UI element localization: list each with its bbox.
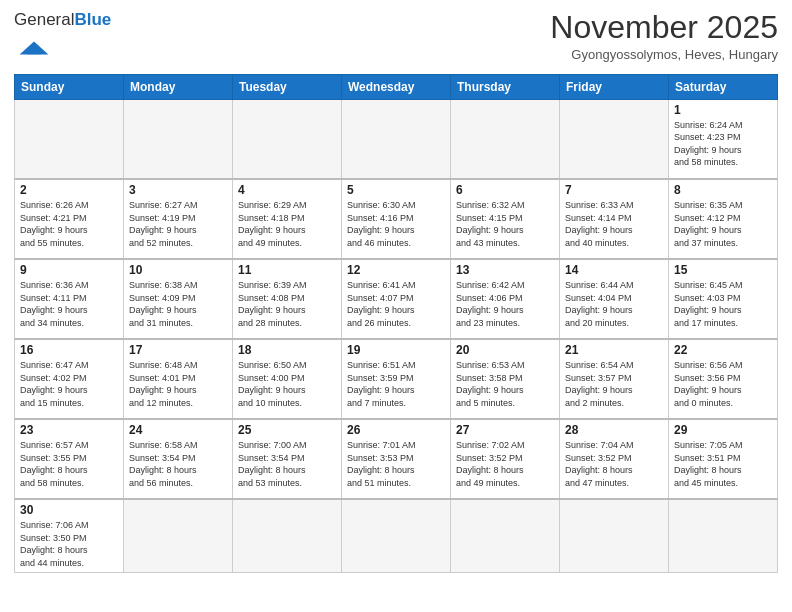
day-number: 25 xyxy=(238,423,336,437)
calendar-cell: 15Sunrise: 6:45 AMSunset: 4:03 PMDayligh… xyxy=(669,259,778,339)
day-info: Sunrise: 6:51 AMSunset: 3:59 PMDaylight:… xyxy=(347,359,445,409)
logo-blue: Blue xyxy=(74,10,111,29)
weekday-header-saturday: Saturday xyxy=(669,74,778,99)
day-info: Sunrise: 6:45 AMSunset: 4:03 PMDaylight:… xyxy=(674,279,772,329)
calendar-cell xyxy=(560,99,669,179)
day-number: 26 xyxy=(347,423,445,437)
calendar-cell xyxy=(560,499,669,573)
day-info: Sunrise: 6:53 AMSunset: 3:58 PMDaylight:… xyxy=(456,359,554,409)
day-info: Sunrise: 6:39 AMSunset: 4:08 PMDaylight:… xyxy=(238,279,336,329)
day-number: 27 xyxy=(456,423,554,437)
calendar-cell: 10Sunrise: 6:38 AMSunset: 4:09 PMDayligh… xyxy=(124,259,233,339)
day-info: Sunrise: 7:01 AMSunset: 3:53 PMDaylight:… xyxy=(347,439,445,489)
day-info: Sunrise: 6:26 AMSunset: 4:21 PMDaylight:… xyxy=(20,199,118,249)
calendar-cell: 30Sunrise: 7:06 AMSunset: 3:50 PMDayligh… xyxy=(15,499,124,573)
day-number: 28 xyxy=(565,423,663,437)
calendar-cell xyxy=(342,99,451,179)
logo-icon xyxy=(16,30,52,66)
day-number: 12 xyxy=(347,263,445,277)
day-info: Sunrise: 7:06 AMSunset: 3:50 PMDaylight:… xyxy=(20,519,118,569)
day-info: Sunrise: 6:48 AMSunset: 4:01 PMDaylight:… xyxy=(129,359,227,409)
weekday-header-thursday: Thursday xyxy=(451,74,560,99)
day-number: 11 xyxy=(238,263,336,277)
weekday-header-sunday: Sunday xyxy=(15,74,124,99)
title-block: November 2025 Gyongyossolymos, Heves, Hu… xyxy=(550,10,778,62)
calendar-cell: 7Sunrise: 6:33 AMSunset: 4:14 PMDaylight… xyxy=(560,179,669,259)
day-info: Sunrise: 7:05 AMSunset: 3:51 PMDaylight:… xyxy=(674,439,772,489)
calendar-cell xyxy=(233,99,342,179)
weekday-header-monday: Monday xyxy=(124,74,233,99)
calendar-cell: 4Sunrise: 6:29 AMSunset: 4:18 PMDaylight… xyxy=(233,179,342,259)
day-info: Sunrise: 6:38 AMSunset: 4:09 PMDaylight:… xyxy=(129,279,227,329)
calendar-week-row: 1Sunrise: 6:24 AMSunset: 4:23 PMDaylight… xyxy=(15,99,778,179)
calendar-cell: 27Sunrise: 7:02 AMSunset: 3:52 PMDayligh… xyxy=(451,419,560,499)
calendar-cell: 19Sunrise: 6:51 AMSunset: 3:59 PMDayligh… xyxy=(342,339,451,419)
calendar-cell: 13Sunrise: 6:42 AMSunset: 4:06 PMDayligh… xyxy=(451,259,560,339)
calendar-cell: 14Sunrise: 6:44 AMSunset: 4:04 PMDayligh… xyxy=(560,259,669,339)
day-info: Sunrise: 6:58 AMSunset: 3:54 PMDaylight:… xyxy=(129,439,227,489)
day-number: 15 xyxy=(674,263,772,277)
day-info: Sunrise: 7:04 AMSunset: 3:52 PMDaylight:… xyxy=(565,439,663,489)
day-number: 14 xyxy=(565,263,663,277)
calendar-cell xyxy=(233,499,342,573)
calendar-cell: 5Sunrise: 6:30 AMSunset: 4:16 PMDaylight… xyxy=(342,179,451,259)
calendar-cell xyxy=(669,499,778,573)
day-info: Sunrise: 7:02 AMSunset: 3:52 PMDaylight:… xyxy=(456,439,554,489)
calendar-cell: 11Sunrise: 6:39 AMSunset: 4:08 PMDayligh… xyxy=(233,259,342,339)
calendar-week-row: 2Sunrise: 6:26 AMSunset: 4:21 PMDaylight… xyxy=(15,179,778,259)
day-info: Sunrise: 6:33 AMSunset: 4:14 PMDaylight:… xyxy=(565,199,663,249)
month-title: November 2025 xyxy=(550,10,778,45)
calendar-cell xyxy=(342,499,451,573)
calendar-week-row: 16Sunrise: 6:47 AMSunset: 4:02 PMDayligh… xyxy=(15,339,778,419)
calendar-cell xyxy=(15,99,124,179)
day-info: Sunrise: 6:36 AMSunset: 4:11 PMDaylight:… xyxy=(20,279,118,329)
day-number: 5 xyxy=(347,183,445,197)
day-number: 17 xyxy=(129,343,227,357)
calendar-cell: 6Sunrise: 6:32 AMSunset: 4:15 PMDaylight… xyxy=(451,179,560,259)
day-info: Sunrise: 6:29 AMSunset: 4:18 PMDaylight:… xyxy=(238,199,336,249)
weekday-header-friday: Friday xyxy=(560,74,669,99)
day-number: 21 xyxy=(565,343,663,357)
calendar: SundayMondayTuesdayWednesdayThursdayFrid… xyxy=(14,74,778,574)
day-info: Sunrise: 6:32 AMSunset: 4:15 PMDaylight:… xyxy=(456,199,554,249)
day-number: 3 xyxy=(129,183,227,197)
day-info: Sunrise: 7:00 AMSunset: 3:54 PMDaylight:… xyxy=(238,439,336,489)
day-number: 18 xyxy=(238,343,336,357)
calendar-cell: 9Sunrise: 6:36 AMSunset: 4:11 PMDaylight… xyxy=(15,259,124,339)
day-number: 23 xyxy=(20,423,118,437)
day-number: 22 xyxy=(674,343,772,357)
day-info: Sunrise: 6:27 AMSunset: 4:19 PMDaylight:… xyxy=(129,199,227,249)
calendar-cell xyxy=(124,99,233,179)
calendar-cell: 25Sunrise: 7:00 AMSunset: 3:54 PMDayligh… xyxy=(233,419,342,499)
calendar-cell: 22Sunrise: 6:56 AMSunset: 3:56 PMDayligh… xyxy=(669,339,778,419)
day-info: Sunrise: 6:35 AMSunset: 4:12 PMDaylight:… xyxy=(674,199,772,249)
day-number: 8 xyxy=(674,183,772,197)
day-number: 20 xyxy=(456,343,554,357)
calendar-cell: 3Sunrise: 6:27 AMSunset: 4:19 PMDaylight… xyxy=(124,179,233,259)
day-info: Sunrise: 6:50 AMSunset: 4:00 PMDaylight:… xyxy=(238,359,336,409)
day-number: 29 xyxy=(674,423,772,437)
day-info: Sunrise: 6:44 AMSunset: 4:04 PMDaylight:… xyxy=(565,279,663,329)
logo: GeneralBlue xyxy=(14,10,111,70)
calendar-cell: 26Sunrise: 7:01 AMSunset: 3:53 PMDayligh… xyxy=(342,419,451,499)
calendar-cell xyxy=(451,99,560,179)
logo-general: General xyxy=(14,10,74,29)
day-number: 30 xyxy=(20,503,118,517)
calendar-week-row: 30Sunrise: 7:06 AMSunset: 3:50 PMDayligh… xyxy=(15,499,778,573)
day-info: Sunrise: 6:30 AMSunset: 4:16 PMDaylight:… xyxy=(347,199,445,249)
calendar-week-row: 9Sunrise: 6:36 AMSunset: 4:11 PMDaylight… xyxy=(15,259,778,339)
calendar-cell: 12Sunrise: 6:41 AMSunset: 4:07 PMDayligh… xyxy=(342,259,451,339)
page: GeneralBlue November 2025 Gyongyossolymo… xyxy=(0,0,792,612)
day-info: Sunrise: 6:54 AMSunset: 3:57 PMDaylight:… xyxy=(565,359,663,409)
day-number: 2 xyxy=(20,183,118,197)
weekday-header-tuesday: Tuesday xyxy=(233,74,342,99)
calendar-cell: 20Sunrise: 6:53 AMSunset: 3:58 PMDayligh… xyxy=(451,339,560,419)
day-info: Sunrise: 6:57 AMSunset: 3:55 PMDaylight:… xyxy=(20,439,118,489)
calendar-cell: 28Sunrise: 7:04 AMSunset: 3:52 PMDayligh… xyxy=(560,419,669,499)
weekday-header-row: SundayMondayTuesdayWednesdayThursdayFrid… xyxy=(15,74,778,99)
calendar-cell: 29Sunrise: 7:05 AMSunset: 3:51 PMDayligh… xyxy=(669,419,778,499)
location: Gyongyossolymos, Heves, Hungary xyxy=(550,47,778,62)
calendar-cell: 16Sunrise: 6:47 AMSunset: 4:02 PMDayligh… xyxy=(15,339,124,419)
calendar-cell: 1Sunrise: 6:24 AMSunset: 4:23 PMDaylight… xyxy=(669,99,778,179)
day-number: 16 xyxy=(20,343,118,357)
